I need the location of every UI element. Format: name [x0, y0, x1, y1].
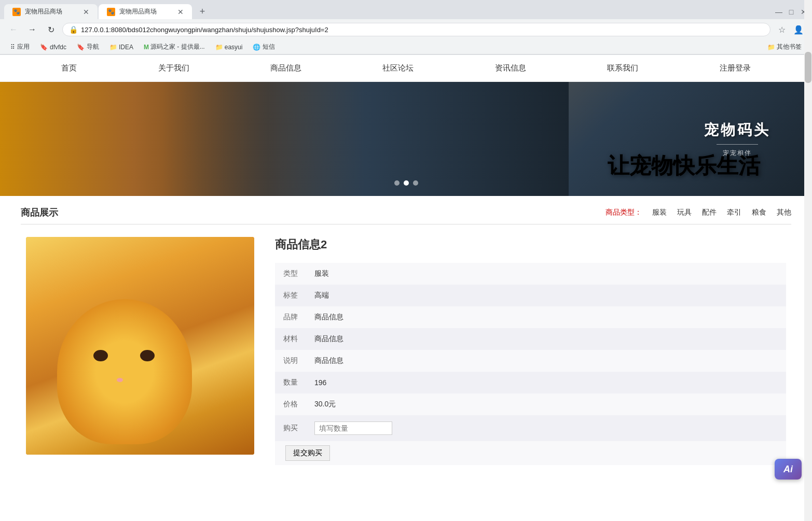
- products-title: 商品展示: [21, 206, 58, 219]
- category-other[interactable]: 其他: [777, 208, 791, 217]
- field-value-buy: [306, 415, 786, 441]
- bookmark-apps-label: 应用: [17, 43, 30, 51]
- title-bar: 🐾 宠物用品商场 ✕ 🐾 宠物用品商场 ✕ + — □ ✕: [0, 0, 812, 19]
- bookmark-sms-label: 短信: [263, 43, 275, 51]
- browser-tab-1[interactable]: 🐾 宠物用品商场 ✕: [4, 4, 98, 19]
- folder-icon-idea: 📁: [109, 44, 117, 51]
- tab-favicon-1: 🐾: [12, 8, 21, 16]
- product-image: [26, 237, 254, 455]
- table-row-description: 说明 商品信息: [275, 350, 786, 372]
- nav-forum[interactable]: 社区论坛: [378, 61, 418, 75]
- account-button[interactable]: 👤: [791, 22, 806, 37]
- category-food[interactable]: 粮食: [752, 208, 766, 217]
- bookmark-apps[interactable]: ⠿ 应用: [6, 41, 34, 52]
- tab-favicon-2: 🐾: [107, 8, 115, 16]
- lock-icon: 🔒: [69, 25, 78, 34]
- field-value-brand: 商品信息: [306, 306, 786, 328]
- apps-icon: ⠿: [10, 44, 15, 51]
- bookmark-folder-easyui[interactable]: 📁 easyui: [211, 43, 247, 52]
- banner-dot-2[interactable]: [404, 180, 409, 186]
- folder-icon-other: 📁: [767, 44, 775, 51]
- submit-purchase-button[interactable]: 提交购买: [285, 445, 330, 461]
- bookmark-dfvfdc-icon: 🔖: [40, 44, 48, 51]
- category-accessories[interactable]: 配件: [702, 208, 717, 217]
- field-label-material: 材料: [275, 328, 306, 350]
- quantity-input[interactable]: [314, 421, 392, 435]
- banner-divider: [717, 144, 758, 145]
- bookmark-sms[interactable]: 🌐 短信: [249, 41, 279, 52]
- submit-row: 提交购买: [275, 441, 786, 465]
- bookmark-yuanma-label: 源码之家 - 提供最...: [150, 43, 205, 51]
- minimize-button[interactable]: —: [775, 8, 783, 16]
- url-text: 127.0.0.1:8080/bds012chongwuyongpin/wang…: [81, 26, 764, 34]
- banner-logo: 宠物码头: [704, 120, 770, 140]
- window-controls: — □ ✕: [775, 8, 808, 16]
- section-divider: [21, 224, 791, 224]
- field-value-quantity: 196: [306, 372, 786, 393]
- table-row-tag: 标签 高端: [275, 285, 786, 306]
- field-label-description: 说明: [275, 350, 306, 372]
- products-section: 商品展示 商品类型： 服装 玩具 配件 牵引 粮食 其他: [0, 196, 812, 475]
- table-row-type: 类型 服装: [275, 263, 786, 285]
- table-row-buy: 购买: [275, 415, 786, 441]
- tab-close-2[interactable]: ✕: [177, 8, 184, 16]
- scrollbar-thumb[interactable]: [805, 52, 811, 83]
- nav-products[interactable]: 商品信息: [266, 61, 306, 75]
- tab-title-1: 宠物用品商场: [25, 7, 62, 16]
- bookmark-dfvfdc[interactable]: 🔖 dfvfdc: [36, 43, 71, 52]
- table-row-brand: 品牌 商品信息: [275, 306, 786, 328]
- bookmark-yuanma-icon: M: [144, 44, 149, 51]
- bookmark-other-label: 其他书签: [777, 43, 802, 51]
- banner-dot-3[interactable]: [413, 180, 418, 186]
- field-label-type: 类型: [275, 263, 306, 285]
- forward-button[interactable]: →: [25, 22, 39, 37]
- address-bar: ← → ↻ 🔒 127.0.0.1:8080/bds012chongwuyong…: [0, 19, 812, 40]
- bookmark-folder-idea[interactable]: 📁 IDEA: [105, 43, 137, 52]
- field-value-description: 商品信息: [306, 350, 786, 372]
- nav-home[interactable]: 首页: [57, 61, 81, 75]
- site-navigation: 首页 关于我们 商品信息 社区论坛 资讯信息 联系我们 注册登录: [0, 55, 812, 82]
- bookmark-sms-icon: 🌐: [253, 44, 260, 51]
- reload-button[interactable]: ↻: [44, 22, 58, 37]
- tab-title-2: 宠物用品商场: [119, 7, 157, 16]
- category-label: 商品类型：: [605, 208, 642, 217]
- products-header: 商品展示 商品类型： 服装 玩具 配件 牵引 粮食 其他: [21, 206, 791, 219]
- nav-contact[interactable]: 联系我们: [603, 61, 642, 75]
- nav-news[interactable]: 资讯信息: [491, 61, 530, 75]
- bookmark-star-button[interactable]: ☆: [775, 22, 789, 37]
- table-row-price: 价格 30.0元: [275, 393, 786, 415]
- banner: 宠物码头 宠宠相伴 让宠物快乐生活: [0, 82, 812, 196]
- bookmarks-bar: ⠿ 应用 🔖 dfvfdc 🔖 导航 📁 IDEA M 源码之家 - 提供最..…: [0, 40, 812, 54]
- banner-slogan: 让宠物快乐生活: [608, 151, 760, 180]
- bookmark-navigation[interactable]: 🔖 导航: [73, 41, 103, 52]
- bookmark-idea-label: IDEA: [119, 44, 133, 51]
- field-label-price: 价格: [275, 393, 306, 415]
- category-filter: 商品类型： 服装 玩具 配件 牵引 粮食 其他: [605, 208, 791, 217]
- tab-close-1[interactable]: ✕: [83, 8, 89, 16]
- back-button[interactable]: ←: [6, 22, 21, 37]
- category-clothing[interactable]: 服装: [652, 208, 667, 217]
- bookmark-nav-icon: 🔖: [77, 44, 85, 51]
- folder-icon-easyui: 📁: [215, 44, 223, 51]
- ai-badge-button[interactable]: Ai: [775, 459, 802, 475]
- maximize-button[interactable]: □: [787, 8, 795, 16]
- field-value-type: 服装: [306, 263, 786, 285]
- bookmark-yuanma[interactable]: M 源码之家 - 提供最...: [140, 41, 209, 52]
- browser-tab-2[interactable]: 🐾 宠物用品商场 ✕: [99, 4, 192, 19]
- table-row-material: 材料 商品信息: [275, 328, 786, 350]
- category-toys[interactable]: 玩具: [677, 208, 692, 217]
- product-info: 商品信息2 类型 服装 标签 高端 品牌 商品信息 材料 商品信息: [275, 237, 786, 465]
- nav-about[interactable]: 关于我们: [154, 61, 194, 75]
- product-name: 商品信息2: [275, 237, 786, 252]
- banner-dot-1[interactable]: [394, 180, 400, 186]
- field-label-quantity: 数量: [275, 372, 306, 393]
- scrollbar[interactable]: [804, 0, 812, 475]
- field-label-brand: 品牌: [275, 306, 306, 328]
- nav-login[interactable]: 注册登录: [715, 61, 755, 75]
- bookmark-dfvfdc-label: dfvfdc: [50, 44, 66, 51]
- category-leash[interactable]: 牵引: [727, 208, 741, 217]
- new-tab-button[interactable]: +: [195, 5, 210, 19]
- field-label-buy: 购买: [275, 415, 306, 441]
- bookmark-other[interactable]: 📁 其他书签: [763, 41, 806, 52]
- url-bar[interactable]: 🔒 127.0.0.1:8080/bds012chongwuyongpin/wa…: [62, 23, 770, 36]
